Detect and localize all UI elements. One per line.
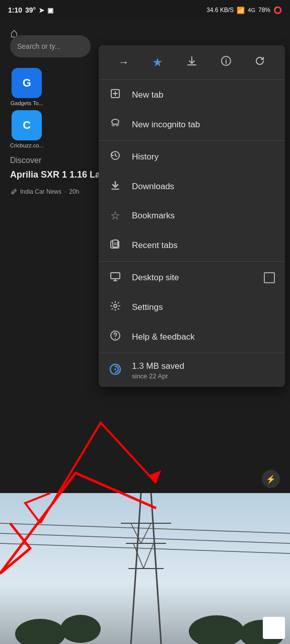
shortcuts-container: G Gadgets To... C Cricbuzz.co... [10,68,44,148]
data-saver-text: 1.3 MB saved since 22 Apr [132,361,184,380]
time: 1:10 [8,6,22,14]
menu-item-settings[interactable]: Settings [99,292,285,322]
bookmarks-label: Bookmarks [132,211,175,221]
data-saver-title: 1.3 MB saved [132,361,184,371]
gadgets-label: Gadgets To... [11,100,43,106]
search-bar[interactable]: Search or ty... [10,35,91,57]
bookmarks-icon: ☆ [109,209,122,222]
history-icon [109,150,122,164]
desktop-site-icon [109,271,122,284]
menu-item-new-incognito-tab[interactable]: New incognito tab [99,110,285,139]
temperature: 39° [25,6,36,14]
divider-2 [99,261,285,262]
settings-label: Settings [132,302,163,312]
svg-point-29 [113,124,114,126]
battery-icon: ⭕ [273,6,282,14]
shortcut-cricbuzz[interactable]: C Cricbuzz.co... [10,110,44,148]
status-bar: 1:10 39° ➤ ▣ 34.6 KB/S 📶 4G 78% ⭕ [0,0,290,20]
network-speed: 34.6 KB/S [206,7,234,14]
incognito-label: New incognito tab [132,120,200,130]
tower-svg [0,493,290,644]
refresh-button[interactable] [251,52,268,72]
svg-rect-38 [111,273,120,279]
desktop-site-checkbox[interactable] [264,272,275,283]
settings-icon [109,300,122,314]
article-separator: · [64,188,66,195]
svg-marker-46 [149,470,161,483]
status-left: 1:10 39° ➤ ▣ [8,6,53,14]
svg-point-45 [114,368,116,370]
downloads-label: Downloads [132,182,174,192]
cricbuzz-label: Cricbuzz.co... [10,142,44,148]
new-tab-icon [109,88,122,102]
browser-background: ⌂ Search or ty... G Gadgets To... C Cric… [0,20,290,644]
help-icon [109,330,122,344]
search-placeholder: Search or ty... [17,42,60,50]
download-button[interactable] [183,52,200,72]
data-saver-icon [109,363,122,378]
divider-1 [99,140,285,141]
svg-point-14 [60,615,101,643]
signal-icon: 📶 [237,7,245,14]
menu-item-desktop-site[interactable]: Desktop site [99,263,285,292]
gadgets-icon: G [12,68,42,98]
recent-tabs-icon [109,238,122,252]
nav-icon: ➤ [39,7,44,14]
lightning-icon: ⚡ [262,470,280,488]
menu-item-recent-tabs[interactable]: Recent tabs [99,230,285,260]
svg-point-41 [114,304,117,307]
article-time: 20h [69,188,79,195]
svg-point-43 [115,338,116,339]
bookmark-button[interactable]: ★ [149,52,166,72]
menu-item-bookmarks[interactable]: ☆ Bookmarks [99,201,285,230]
menu-item-data-saver: 1.3 MB saved since 22 Apr [99,354,285,387]
article-source-icon: 🗞 [10,188,17,196]
menu-item-new-tab[interactable]: New tab [99,80,285,110]
network-type: 4G [248,7,255,13]
dropdown-toolbar: → ★ [99,45,285,80]
svg-rect-35 [113,240,118,247]
article-source: India Car News [20,188,61,195]
info-button[interactable] [218,52,235,72]
svg-point-30 [117,124,118,126]
forward-button[interactable]: → [115,53,132,72]
downloads-icon [109,180,122,193]
menu-item-downloads[interactable]: Downloads [99,172,285,201]
help-feedback-label: Help & feedback [132,332,195,342]
battery-percent: 78% [258,7,270,14]
status-right: 34.6 KB/S 📶 4G 78% ⭕ [206,6,282,14]
desktop-site-label: Desktop site [132,273,179,283]
bottom-image [0,493,290,644]
history-label: History [132,152,159,162]
incognito-icon [109,118,122,131]
menu-item-history[interactable]: History [99,142,285,172]
shortcut-gadgets[interactable]: G Gadgets To... [10,68,44,106]
svg-point-20 [226,58,227,59]
menu-item-help-feedback[interactable]: Help & feedback [99,322,285,352]
tab-count-button[interactable] [263,617,285,639]
divider-3 [99,353,285,353]
image-icon: ▣ [47,7,53,14]
dropdown-menu: → ★ [99,45,285,387]
cricbuzz-icon: C [12,110,42,140]
data-saver-subtitle: since 22 Apr [132,372,184,380]
recent-tabs-label: Recent tabs [132,240,178,251]
new-tab-label: New tab [132,90,163,100]
